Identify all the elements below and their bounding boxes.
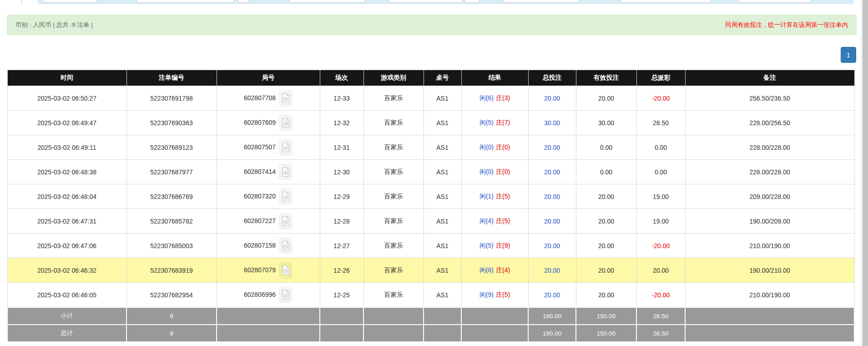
filter-field-cutoff[interactable] (504, 0, 579, 3)
total-bet-cell[interactable]: 20.00 (528, 86, 576, 111)
video-replay-button[interactable] (279, 188, 293, 205)
round-id: 602807507 (244, 143, 276, 150)
summary-payout-cell: 26.50 (636, 325, 685, 342)
table-row: 2025-03-02 06:49:47 522307690363 6028076… (7, 111, 854, 135)
bet-id-cell: 522307683919 (126, 258, 217, 283)
remark-cell: 209.00/228.00 (685, 184, 854, 209)
remark-cell: 190.00/210.00 (685, 258, 854, 283)
result-banker: 庄(3) (496, 94, 510, 102)
time-cell: 2025-03-02 06:47:06 (7, 234, 126, 258)
session-cell: 12-30 (320, 160, 363, 184)
game-type-cell: 百家乐 (363, 135, 424, 160)
result-player: 闲(0) (479, 168, 494, 175)
total-bet-cell[interactable]: 30.00 (528, 111, 576, 135)
summary-row: 小计 9 190.00 150.00 26.50 (7, 307, 854, 325)
table-no-cell: AS1 (424, 234, 461, 258)
video-replay-button[interactable] (279, 139, 293, 156)
round-id: 602806996 (244, 290, 276, 298)
result-cell: 闲(0)庄(0) (461, 135, 528, 160)
result-banker: 庄(0) (496, 168, 510, 175)
table-no-cell: AS1 (424, 283, 461, 308)
table-row: 2025-03-02 06:46:05 522307682954 6028069… (7, 283, 854, 308)
round-id: 602807320 (244, 192, 276, 199)
result-cell: 闲(0)庄(0) (461, 160, 528, 184)
total-bet-cell[interactable]: 20.00 (528, 160, 576, 184)
table-no-cell: AS1 (424, 160, 461, 184)
table-row: 2025-03-02 06:46:32 522307683919 6028070… (7, 258, 854, 283)
result-cell: 闲(5)庄(9) (461, 234, 528, 258)
video-replay-button[interactable] (279, 164, 293, 180)
video-replay-button[interactable] (279, 90, 293, 107)
filter-field-cutoff[interactable] (464, 0, 479, 3)
summary-empty-cell (461, 325, 528, 342)
video-replay-button[interactable] (279, 238, 293, 254)
pagination-page-1[interactable]: 1 (841, 47, 856, 63)
remark-cell: 228.00/228.00 (685, 160, 854, 184)
summary-empty-cell (363, 307, 424, 325)
payout-cell: 28.50 (636, 111, 685, 135)
video-replay-icon (282, 216, 290, 226)
column-header-bet-id: 注单编号 (126, 70, 217, 86)
result-banker: 庄(7) (496, 119, 510, 126)
round-id: 602807609 (244, 118, 276, 126)
summary-empty-cell (320, 307, 363, 325)
total-bet-cell[interactable]: 20.00 (528, 135, 576, 160)
bets-table: 时间 注单编号 局号 场次 游戏类别 桌号 结果 总投注 有效投注 总派彩 备注… (7, 70, 855, 342)
valid-bet-cell: 30.00 (576, 111, 636, 135)
filter-field-cutoff[interactable] (289, 0, 365, 3)
filter-field-cutoff[interactable] (738, 0, 811, 3)
bet-id-cell: 522307686769 (126, 184, 217, 209)
column-header-round: 局号 (217, 70, 320, 86)
filter-field-cutoff[interactable] (238, 0, 249, 3)
filter-field-cutoff[interactable] (136, 0, 234, 3)
scrollbar-thumb[interactable] (863, 0, 868, 346)
payout-cell: 20.00 (636, 258, 685, 283)
filter-field-cutoff[interactable] (620, 0, 711, 3)
column-header-total-bet: 总投注 (528, 70, 576, 86)
payout-cell: 19.00 (636, 209, 685, 234)
result-player: 闲(9) (479, 291, 494, 298)
time-cell: 2025-03-02 06:50:27 (7, 86, 126, 111)
valid-bet-cell: 20.00 (576, 258, 636, 283)
game-type-cell: 百家乐 (363, 234, 424, 258)
session-cell: 12-28 (320, 209, 363, 234)
video-replay-icon (282, 240, 290, 251)
table-row: 2025-03-02 06:49:11 522307689123 6028075… (7, 135, 854, 160)
summary-label-cell: 总计 (7, 325, 126, 342)
vertical-scrollbar[interactable] (861, 0, 868, 346)
result-player: 闲(6) (479, 94, 494, 102)
payout-cell: -20.00 (636, 86, 685, 111)
total-bet-cell[interactable]: 20.00 (528, 258, 576, 283)
session-cell: 12-31 (320, 135, 363, 160)
column-header-remark: 备注 (685, 70, 854, 86)
column-header-game-type: 游戏类别 (363, 70, 424, 86)
video-replay-button[interactable] (279, 213, 293, 229)
summary-row: 总计 9 190.00 150.00 26.50 (7, 325, 854, 342)
table-no-cell: AS1 (424, 111, 461, 135)
summary-valid-bet-cell: 150.00 (576, 307, 636, 325)
round-cell: 602807708 (217, 86, 320, 111)
filter-field-cutoff[interactable] (43, 0, 97, 3)
filter-field-cutoff[interactable] (389, 0, 463, 3)
total-bet-cell[interactable]: 20.00 (528, 184, 576, 209)
filter-panel-cutoff (38, 0, 854, 4)
summary-count-cell: 9 (126, 325, 217, 342)
video-replay-button[interactable] (279, 287, 293, 303)
total-bet-cell[interactable]: 20.00 (528, 209, 576, 234)
result-player: 闲(5) (479, 119, 494, 126)
remark-cell: 228.00/228.00 (685, 135, 854, 160)
result-cell: 闲(5)庄(7) (461, 111, 528, 135)
video-replay-button[interactable] (279, 115, 293, 131)
summary-valid-bet-cell: 150.00 (576, 325, 636, 342)
total-bet-cell[interactable]: 20.00 (528, 283, 576, 308)
total-bet-cell[interactable]: 20.00 (528, 234, 576, 258)
game-type-cell: 百家乐 (363, 258, 424, 283)
round-id: 602807708 (244, 94, 276, 101)
result-player: 闲(5) (479, 242, 494, 249)
round-id: 602807227 (244, 217, 276, 224)
table-no-cell: AS1 (424, 209, 461, 234)
video-replay-button[interactable] (279, 262, 293, 279)
round-cell: 602807414 (217, 160, 320, 184)
column-header-result: 结果 (461, 70, 528, 86)
time-cell: 2025-03-02 06:48:38 (7, 160, 126, 184)
